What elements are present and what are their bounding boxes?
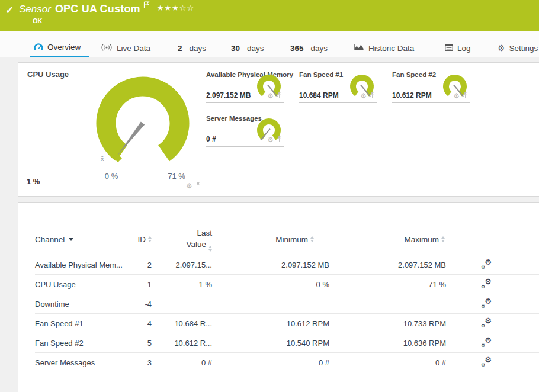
tab-number: 30: [231, 44, 240, 53]
tab-log[interactable]: Log: [445, 38, 471, 57]
tab-settings[interactable]: ⚙ Settings: [498, 38, 538, 57]
gauges-panel: CPU Usage x̄ 0 % 71 % 1 % ⚙ Available Ph…: [18, 62, 539, 197]
channel-minimum: 10.540 RPM: [212, 339, 329, 348]
gear-icon[interactable]: ⚙: [453, 92, 460, 99]
gauge-cell-fan-speed-1: Fan Speed #1 10.684 RPM ⚙: [299, 67, 377, 103]
channel-maximum: 71 %: [329, 280, 446, 289]
channel-maximum: 0 #: [329, 358, 446, 367]
sensor-type-label: Sensor: [19, 4, 51, 15]
channel-settings-icon[interactable]: ⚙⚙: [480, 338, 492, 348]
gauge-actions: ⚙: [360, 91, 375, 101]
gauge-value: 10.684 RPM: [299, 91, 339, 99]
pin-icon[interactable]: [277, 91, 282, 101]
channel-name[interactable]: Fan Speed #1: [35, 319, 139, 328]
gear-icon[interactable]: ⚙: [186, 182, 192, 189]
channel-id: 3: [139, 358, 152, 367]
tab-label: Overview: [47, 43, 81, 52]
channel-last-value: 1 %: [152, 280, 212, 289]
channel-last-value: 10.684 R...: [152, 319, 212, 328]
tab-2-days[interactable]: 2 days: [178, 38, 206, 57]
column-label: Channel: [35, 235, 65, 244]
tab-label: Live Data: [117, 44, 150, 53]
channel-name[interactable]: Downtime: [35, 300, 139, 309]
pin-icon[interactable]: [195, 181, 201, 191]
table-row[interactable]: Fan Speed #2 5 10.612 R... 10.540 RPM 10…: [35, 333, 539, 353]
gauge-actions: ⚙: [267, 91, 282, 101]
gear-icon: ⚙: [485, 317, 492, 324]
status-check-icon: ✓: [5, 4, 14, 17]
table-row[interactable]: Downtime -4 ⚙⚙: [35, 294, 539, 314]
gauge-needle: [117, 121, 145, 156]
pin-icon[interactable]: [370, 91, 375, 101]
gear-icon: ⚙: [485, 336, 492, 344]
tab-bar: Overview Live Data 2 days 30 days 365 da…: [0, 31, 539, 57]
channel-name[interactable]: Server Messages: [35, 358, 139, 367]
pin-icon[interactable]: [277, 134, 282, 145]
primary-gauge-value: 1 %: [27, 177, 40, 186]
gauge-title: Server Messages: [206, 115, 262, 122]
column-label: Minimum: [275, 235, 308, 244]
gear-icon: ⚙: [485, 258, 492, 266]
column-header-maximum[interactable]: Maximum: [404, 235, 446, 244]
channel-name[interactable]: Fan Speed #2: [35, 339, 139, 348]
gear-icon[interactable]: ⚙: [360, 92, 367, 99]
table-row[interactable]: CPU Usage 1 1 % 0 % 71 % ⚙⚙: [35, 275, 539, 294]
tab-label: days: [311, 44, 328, 53]
prtg-sensor-page: ✓ Sensor OPC UA Custom ★★★☆☆ OK Overview…: [0, 0, 539, 392]
gear-icon[interactable]: ⚙: [267, 92, 274, 99]
gauge-cell-available-physical-memory: Available Physical Memory 2.097.152 MB ⚙: [206, 67, 284, 103]
tab-label: Historic Data: [368, 44, 414, 53]
tab-number: 365: [290, 44, 304, 53]
gauge-value: 10.612 RPM: [392, 91, 432, 99]
channel-settings-icon[interactable]: ⚙⚙: [480, 279, 492, 290]
channel-id: 4: [139, 319, 152, 328]
sensor-header: ✓ Sensor OPC UA Custom ★★★☆☆ OK: [0, 0, 539, 31]
table-row[interactable]: Fan Speed #1 4 10.684 R... 10.612 RPM 10…: [35, 314, 539, 333]
channel-settings-icon[interactable]: ⚙⚙: [480, 318, 492, 329]
channel-settings-icon[interactable]: ⚙⚙: [480, 357, 492, 368]
column-header-minimum[interactable]: Minimum: [275, 235, 329, 244]
stars-empty: ☆☆: [179, 4, 194, 12]
gauge-actions: ⚙: [186, 181, 201, 191]
gear-icon: ⚙: [481, 363, 485, 368]
gear-icon[interactable]: ⚙: [267, 136, 274, 143]
gauge-title: Fan Speed #1: [299, 71, 343, 78]
log-list-icon: [445, 44, 453, 53]
tab-30-days[interactable]: 30 days: [231, 38, 264, 57]
tab-365-days[interactable]: 365 days: [290, 38, 328, 57]
table-row[interactable]: Available Physical Mem... 2 2.097.15... …: [35, 255, 539, 275]
table-header-row: Channel ID Last Value Minimum Maximum: [35, 224, 539, 255]
tab-historic-data[interactable]: Historic Data: [354, 38, 414, 57]
channel-name[interactable]: CPU Usage: [35, 280, 139, 289]
channel-maximum: 2.097.152 MB: [329, 261, 446, 269]
tab-label: days: [247, 44, 264, 53]
channel-name[interactable]: Available Physical Mem...: [35, 261, 139, 269]
gauge-icon: [34, 43, 43, 52]
channel-maximum: 10.636 RPM: [329, 339, 446, 348]
flag-icon[interactable]: [143, 0, 150, 11]
channel-settings-icon[interactable]: ⚙⚙: [480, 259, 492, 270]
sort-arrows-icon: [310, 236, 314, 242]
column-header-last-value[interactable]: Last Value: [186, 228, 212, 250]
channel-settings-icon[interactable]: ⚙⚙: [480, 298, 492, 309]
gauge-actions: ⚙: [267, 134, 282, 145]
column-header-channel[interactable]: Channel: [35, 235, 139, 244]
average-marker: x̄: [101, 155, 104, 162]
priority-stars[interactable]: ★★★☆☆: [157, 4, 194, 12]
channel-minimum: 2.097.152 MB: [212, 261, 329, 269]
gear-icon: ⚙: [485, 278, 492, 285]
channel-id: -4: [139, 300, 152, 309]
tab-number: 2: [178, 44, 182, 53]
channel-id: 5: [139, 339, 152, 348]
sort-caret-icon: [69, 238, 73, 241]
gear-icon: ⚙: [481, 324, 485, 329]
tab-overview[interactable]: Overview: [30, 38, 89, 57]
gear-icon: ⚙: [481, 304, 485, 309]
column-header-id[interactable]: ID: [138, 235, 152, 244]
table-row[interactable]: Server Messages 3 0 # 0 # 0 # ⚙⚙: [35, 353, 539, 372]
sort-arrows-icon: [148, 236, 152, 242]
pin-icon[interactable]: [463, 91, 468, 101]
tab-live-data[interactable]: Live Data: [101, 38, 150, 57]
column-label: ID: [138, 235, 146, 244]
channel-id: 2: [139, 261, 152, 269]
